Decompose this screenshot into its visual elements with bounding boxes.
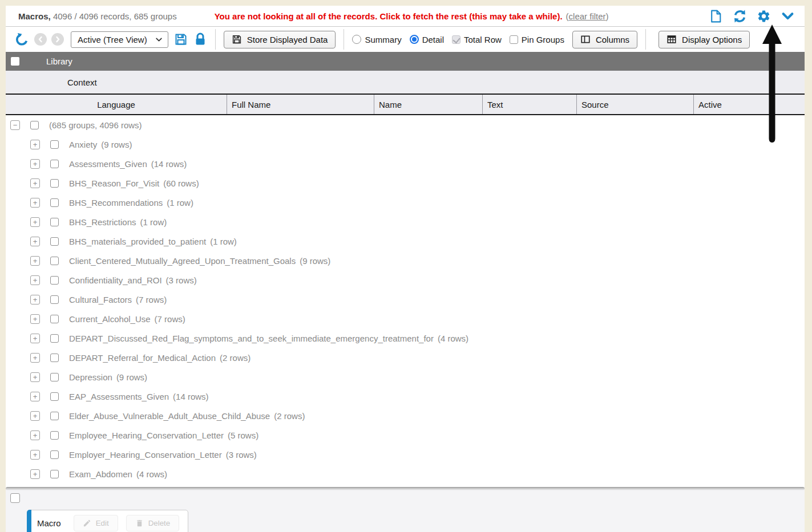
footer-checkbox[interactable] [10, 493, 20, 503]
row-checkbox[interactable] [50, 140, 59, 149]
save-icon [232, 34, 242, 44]
row-checkbox[interactable] [50, 470, 59, 478]
row-checkbox[interactable] [50, 412, 59, 420]
group-name: Assessments_Given [69, 159, 147, 169]
pin-groups-checkbox[interactable]: Pin Groups [510, 35, 564, 44]
group-row-count: (14 rows) [173, 392, 209, 401]
row-checkbox[interactable] [50, 392, 59, 401]
new-document-icon[interactable] [708, 9, 724, 24]
fetch-warning-link[interactable]: You are not looking at all of the record… [215, 11, 563, 21]
expand-icon[interactable]: + [30, 198, 40, 208]
column-header-text[interactable]: Text [482, 95, 576, 114]
expand-icon[interactable]: + [30, 256, 40, 266]
column-header-full-name[interactable]: Full Name [227, 95, 374, 114]
row-checkbox[interactable] [50, 257, 59, 265]
column-header-active[interactable]: Active [693, 95, 805, 114]
group-name: Elder_Abuse_Vulnerable_Adult_Abuse_Child… [69, 411, 270, 421]
row-checkbox[interactable] [50, 373, 59, 381]
expand-icon[interactable]: + [30, 450, 40, 460]
group-name: BHS_Restrictions [69, 217, 136, 227]
column-header-source[interactable]: Source [576, 95, 693, 114]
row-checkbox[interactable] [50, 276, 59, 285]
expand-icon[interactable]: + [30, 392, 40, 401]
expand-icon[interactable]: + [30, 295, 40, 304]
row-checkbox[interactable] [50, 450, 59, 459]
store-displayed-data-button[interactable]: Store Displayed Data [224, 31, 336, 48]
save-icon[interactable] [174, 33, 188, 46]
macros-grid-app: Macros, 4096 / 4096 records, 685 groups … [6, 6, 805, 532]
row-checkbox[interactable] [50, 315, 59, 323]
expand-icon[interactable]: + [30, 469, 40, 479]
row-checkbox[interactable] [50, 237, 59, 246]
undo-icon[interactable] [15, 32, 30, 47]
record-summary: Macros, 4096 / 4096 records, 685 groups [18, 11, 177, 21]
tree-group-row: + BHS_Restrictions (1 row) [6, 212, 805, 232]
expand-icon[interactable]: + [30, 334, 40, 343]
gear-icon[interactable] [756, 9, 771, 24]
tree-group-row: + Cultural_Factors (7 rows) [6, 290, 805, 309]
edit-button-label: Edit [96, 519, 109, 527]
columns-button[interactable]: Columns [572, 31, 637, 48]
expand-icon[interactable]: + [30, 237, 40, 246]
library-label: Library [46, 56, 72, 66]
toolbar-divider [344, 29, 344, 50]
total-row-checkbox[interactable]: Total Row [452, 35, 502, 44]
group-row-count: (2 rows) [220, 353, 251, 363]
select-all-checkbox[interactable] [11, 57, 19, 66]
row-checkbox[interactable] [50, 218, 59, 226]
group-row-count: (7 rows) [155, 314, 185, 324]
expand-icon[interactable]: + [30, 275, 40, 285]
group-row-count: (1 row) [210, 237, 237, 246]
summary-radio[interactable]: Summary [352, 35, 401, 44]
clear-filter-link[interactable]: (clear filter) [566, 11, 609, 21]
column-header-name[interactable]: Name [374, 95, 482, 114]
footer-shadow [6, 487, 805, 490]
back-icon[interactable] [34, 33, 47, 46]
column-header-language[interactable]: Language [6, 95, 227, 114]
context-group-row: Context [6, 71, 805, 95]
group-row-count: (9 rows) [300, 256, 330, 266]
group-name: Confidentiality_and_ROI [69, 275, 162, 285]
row-checkbox[interactable] [50, 334, 59, 343]
display-options-button-label: Display Options [682, 35, 742, 44]
row-checkbox[interactable] [50, 160, 59, 168]
view-select[interactable]: Active (Tree View) [71, 31, 168, 48]
tree-group-row: + Assessments_Given (14 rows) [6, 154, 805, 173]
detail-radio[interactable]: Detail [410, 35, 444, 44]
expand-icon[interactable]: + [30, 411, 40, 421]
refresh-icon[interactable] [732, 9, 748, 24]
group-name: DEPART_Discussed_Red_Flag_symptoms_and_t… [69, 334, 434, 343]
row-checkbox[interactable] [50, 295, 59, 304]
radio-checked-icon [410, 35, 419, 44]
row-checkbox[interactable] [50, 198, 59, 207]
lock-icon[interactable] [193, 33, 207, 46]
row-checkbox[interactable] [30, 121, 39, 129]
tree-group-row: + Depression (9 rows) [6, 367, 805, 387]
group-name: Exam_Abdomen [69, 469, 132, 479]
macro-panel-title: Macro [37, 518, 61, 528]
expand-icon[interactable]: + [30, 159, 40, 169]
delete-button[interactable]: Delete [126, 515, 180, 531]
group-name: DEPART_Referral_for_Medical_Action [69, 353, 216, 363]
row-checkbox[interactable] [50, 179, 59, 188]
root-row-label: (685 groups, 4096 rows) [49, 120, 142, 130]
checkbox-checked-disabled-icon [452, 35, 460, 44]
chevron-down-icon[interactable] [780, 9, 795, 24]
macro-action-panel: Macro Edit Delete [27, 510, 188, 532]
expand-icon[interactable]: + [30, 372, 40, 382]
group-row-count: (2 rows) [274, 411, 305, 421]
display-options-button[interactable]: Display Options [659, 31, 750, 48]
expand-icon[interactable]: + [30, 314, 40, 324]
group-name: Depression [69, 372, 112, 382]
expand-icon[interactable]: + [30, 431, 40, 440]
expand-icon[interactable]: + [30, 140, 40, 149]
edit-button[interactable]: Edit [74, 515, 118, 531]
collapse-icon[interactable]: − [10, 120, 20, 130]
row-checkbox[interactable] [50, 431, 59, 440]
top-icon-group [708, 9, 795, 24]
expand-icon[interactable]: + [30, 353, 40, 363]
row-checkbox[interactable] [50, 354, 59, 362]
forward-icon[interactable] [51, 33, 64, 46]
expand-icon[interactable]: + [30, 217, 40, 227]
expand-icon[interactable]: + [30, 178, 40, 188]
